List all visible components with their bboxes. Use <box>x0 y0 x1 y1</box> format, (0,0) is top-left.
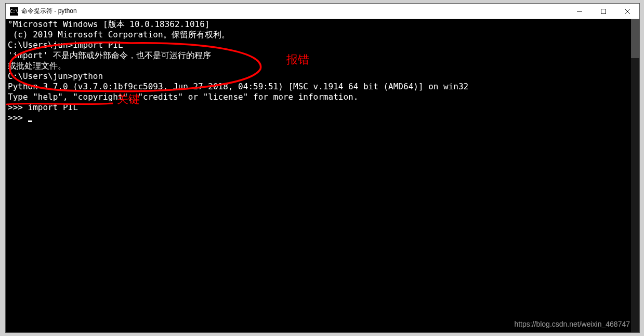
svg-rect-1 <box>601 9 606 14</box>
window-title: 命令提示符 - python <box>21 7 568 16</box>
window-controls <box>568 4 639 19</box>
close-icon <box>625 9 630 14</box>
minimize-icon <box>577 9 582 14</box>
terminal-line: C:\Users\jun>python <box>8 71 637 82</box>
terminal-line: 'import' 不是内部或外部命令，也不是可运行的程序 <box>8 50 637 61</box>
scrollbar-thumb[interactable] <box>631 19 639 58</box>
terminal-line: Python 3.7.0 (v3.7.0:1bf9cc5093, Jun 27 … <box>8 82 637 92</box>
cursor <box>28 120 32 122</box>
prompt-text: >>> <box>8 113 28 123</box>
terminal-content: °Microsoft Windows [版本 10.0.18362.1016] … <box>8 19 637 123</box>
terminal-line: °Microsoft Windows [版本 10.0.18362.1016] <box>8 19 637 30</box>
terminal-line: >>> import PIL <box>8 102 637 113</box>
maximize-button[interactable] <box>592 4 615 19</box>
scrollbar[interactable] <box>631 19 639 332</box>
maximize-icon <box>601 9 606 14</box>
cmd-icon: C:\ <box>10 7 18 16</box>
cmd-window: C:\ 命令提示符 - python °Microsoft Windows [版… <box>5 3 640 333</box>
terminal-line: (c) 2019 Microsoft Corporation。保留所有权利。 <box>8 30 637 40</box>
terminal-area[interactable]: °Microsoft Windows [版本 10.0.18362.1016] … <box>6 19 639 332</box>
terminal-prompt-line: >>> <box>8 113 637 123</box>
terminal-line: Type "help", "copyright", "credits" or "… <box>8 92 637 102</box>
close-button[interactable] <box>615 4 639 19</box>
watermark-text: https://blog.csdn.net/weixin_468747 <box>514 319 630 329</box>
terminal-line: C:\Users\jun>import PIL <box>8 40 637 50</box>
title-bar[interactable]: C:\ 命令提示符 - python <box>6 4 639 19</box>
terminal-line: 或批处理文件。 <box>8 61 637 71</box>
minimize-button[interactable] <box>568 4 592 19</box>
